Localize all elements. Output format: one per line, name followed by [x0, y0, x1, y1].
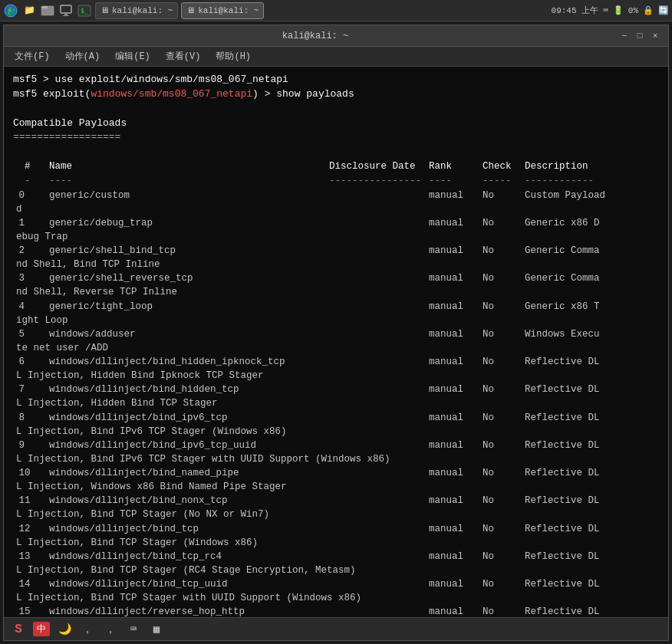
menu-action[interactable]: 动作(A): [59, 48, 107, 64]
row-rank: manual: [429, 383, 483, 396]
col-header-name: Name: [38, 159, 329, 174]
row-rank: manual: [429, 439, 483, 452]
terminal-tab-1[interactable]: 🖥 kali@kali: ~: [95, 2, 178, 19]
row-desc: Reflective DL: [525, 522, 659, 536]
row-num: 6: [13, 355, 38, 369]
row-check: No: [483, 522, 525, 536]
row-rank: manual: [429, 300, 483, 314]
row-name: windows/dllinject/bind_ipv6_tcp_uuid: [38, 439, 329, 452]
row-disc: [329, 244, 429, 258]
files-icon[interactable]: 📁: [21, 3, 37, 18]
table-row: 2 generic/shell_bind_tcp manual No Gener…: [13, 244, 659, 271]
moon-icon[interactable]: 🌙: [56, 621, 73, 638]
row-disc: [329, 271, 429, 285]
row-num: 14: [13, 577, 38, 591]
row-desc: Generic Comma: [525, 271, 659, 285]
table-row: 11 windows/dllinject/bind_nonx_tcp manua…: [13, 494, 659, 521]
menu-file[interactable]: 文件(F): [8, 48, 56, 64]
filemgr-icon[interactable]: [40, 3, 55, 18]
col-header-check: Check: [483, 159, 525, 174]
menu-view[interactable]: 查看(V): [160, 48, 207, 64]
row-name: windows/dllinject/bind_tcp_uuid: [38, 577, 329, 591]
col-header-desc: Description: [525, 159, 659, 174]
battery-icon: 🔋: [613, 5, 624, 15]
table-row: 6 windows/dllinject/bind_hidden_ipknock_…: [13, 355, 659, 383]
table-header: # Name Disclosure Date Rank Check Descri…: [13, 159, 659, 174]
menu-edit[interactable]: 编辑(E): [109, 48, 156, 64]
row-name: windows/dllinject/bind_named_pipe: [38, 466, 329, 480]
cmd-line-1: msf5 > use exploit/windows/smb/ms08_067_…: [13, 73, 659, 87]
row-rank: manual: [429, 550, 483, 564]
row-check: No: [483, 605, 525, 617]
table-row: 13 windows/dllinject/bind_tcp_rc4 manual…: [13, 550, 659, 577]
row-rank: manual: [429, 355, 483, 369]
tab1-icon: 🖥: [100, 5, 109, 15]
keyboard2-icon[interactable]: ⌨: [125, 621, 142, 638]
row-num: 5: [13, 327, 38, 341]
row-check: No: [483, 189, 525, 202]
table-row: 9 windows/dllinject/bind_ipv6_tcp_uuid m…: [13, 439, 659, 466]
row-num: 10: [13, 466, 38, 480]
row-check: No: [483, 466, 525, 480]
row-check: No: [483, 383, 525, 396]
grid-icon[interactable]: ▦: [148, 621, 165, 638]
row-name: windows/dllinject/bind_ipv6_tcp: [38, 411, 329, 425]
row-num: 2: [13, 244, 38, 258]
punct1-icon: ，: [79, 621, 96, 638]
keyboard-icon: ⌨: [603, 5, 608, 15]
row-extra: L Injection, Hidden Bind Ipknock TCP Sta…: [13, 369, 659, 383]
row-desc: Reflective DL: [525, 494, 659, 508]
menu-help[interactable]: 帮助(H): [209, 48, 257, 64]
row-name: windows/adduser: [38, 327, 329, 341]
prompt-2: msf5 exploit(: [13, 88, 91, 100]
row-disc: [329, 189, 429, 202]
menubar: 文件(F) 动作(A) 编辑(E) 查看(V) 帮助(H): [4, 47, 668, 67]
window-controls: − □ ×: [619, 31, 660, 41]
row-num: 7: [13, 383, 38, 396]
row-check: No: [483, 244, 525, 258]
row-check: No: [483, 216, 525, 230]
kali-icon[interactable]: 🐉: [3, 3, 18, 18]
row-extra: L Injection, Bind TCP Stager (RC4 Stage …: [13, 564, 659, 577]
row-disc: [329, 466, 429, 480]
section-title: Compatible Payloads: [13, 117, 659, 131]
row-name: windows/dllinject/bind_tcp: [38, 522, 329, 536]
row-disc: [329, 577, 429, 591]
row-rank: manual: [429, 577, 483, 591]
tab1-label: kali@kali: ~: [112, 6, 173, 15]
cmd-line-2: msf5 exploit(windows/smb/ms08_067_netapi…: [13, 87, 659, 102]
row-disc: [329, 550, 429, 564]
minimize-button[interactable]: −: [619, 31, 630, 41]
section-sep: ==================: [13, 130, 659, 145]
taskbar: 🐉 📁 $_ 🖥 kali@kali: ~ 🖥 kali@kali: ~ 09:…: [0, 0, 672, 21]
row-name: generic/tight_loop: [38, 300, 329, 314]
battery-pct: 0%: [628, 6, 638, 15]
close-button[interactable]: ×: [650, 31, 660, 41]
svg-rect-5: [64, 13, 68, 15]
row-disc: [329, 327, 429, 341]
table-sep: - ---- ---------------- ---- ----- -----…: [13, 174, 659, 189]
table-row: 5 windows/adduser manual No Windows Exec…: [13, 327, 659, 355]
col-header-rank: Rank: [429, 159, 483, 174]
row-check: No: [483, 439, 525, 452]
row-extra: ebug Trap: [13, 230, 659, 244]
row-desc: Generic x86 D: [525, 216, 659, 230]
table-row: 8 windows/dllinject/bind_ipv6_tcp manual…: [13, 411, 659, 439]
maximize-button[interactable]: □: [634, 31, 645, 41]
row-extra: te net user /ADD: [13, 341, 659, 355]
row-name: windows/dllinject/bind_hidden_tcp: [38, 383, 329, 396]
terminal-output[interactable]: msf5 > use exploit/windows/smb/ms08_067_…: [4, 67, 668, 617]
lang-indicator[interactable]: 中: [33, 622, 50, 636]
row-desc: Reflective DL: [525, 411, 659, 425]
prompt-1: msf5 > use exploit/windows/smb/ms08_067_…: [13, 74, 288, 85]
sogou-icon[interactable]: S: [10, 621, 27, 638]
clock: 09:45 上午: [552, 5, 599, 16]
row-desc: Windows Execu: [525, 327, 659, 341]
terminal-tab-2[interactable]: 🖥 kali@kali: ~: [181, 2, 264, 19]
row-name: generic/custom: [38, 189, 329, 202]
row-check: No: [483, 411, 525, 425]
terminal-icon[interactable]: $_: [77, 3, 92, 18]
monitor-icon[interactable]: [58, 3, 74, 18]
table-row: 4 generic/tight_loop manual No Generic x…: [13, 300, 659, 327]
row-num: 3: [13, 271, 38, 285]
